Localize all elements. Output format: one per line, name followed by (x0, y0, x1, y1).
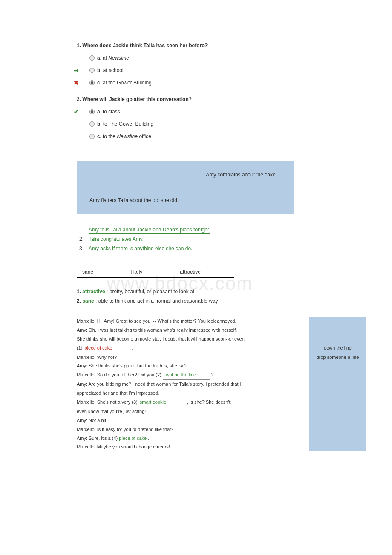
q1-option-a[interactable]: a. at Newsline (77, 55, 366, 61)
q2-b-text: to The Gower Building (103, 121, 154, 127)
dlg-l14b: . (147, 436, 149, 441)
def2-word: sane (82, 298, 94, 304)
idiom-bank: — — down the line drop someone a line — (309, 317, 366, 451)
q2-c-text: to the Newsline office (103, 133, 151, 139)
dlg-l14a: Amy: Sure, it's a (4) (77, 436, 119, 441)
dlg-l7a: Marcello: So did you tell her? Did you (… (77, 372, 163, 377)
q1-a-pre: at (103, 55, 108, 61)
radio-icon-selected[interactable] (89, 80, 95, 85)
dlg-l10: Marcello: She's not a very (3) smart coo… (77, 398, 300, 407)
dlg-l4: (1) piece of cake . (77, 344, 300, 353)
def2-text: : able to think and act in a normal and … (94, 298, 218, 304)
ordered-answers: 1.Amy tells Talia about Jackie and Dean'… (77, 225, 366, 253)
blank-1[interactable]: piece of cake (84, 344, 131, 353)
q2-a-text: to class (103, 109, 120, 115)
q2-c-label: c. (97, 133, 101, 139)
dlg-l14: Amy: Sure, it's a (4) piece of cake . (77, 434, 300, 443)
dlg-l6: Amy: She thinks she's great, but the tru… (77, 361, 300, 370)
dlg-l4b: . (131, 345, 133, 350)
q2-c-pre: to the (103, 133, 117, 139)
question-2-text: 2. Where will Jackie go after this conve… (77, 96, 366, 102)
dlg-l2: Amy: Oh, I was just talking to this woma… (77, 326, 300, 335)
q1-option-c[interactable]: c. at the Gower Building (77, 80, 366, 86)
def1-word: attractive (82, 289, 105, 295)
word-attractive: attractive (180, 269, 229, 275)
dialogue-section: Marcello: Hi, Amy! Great to see you! -- … (77, 317, 366, 451)
word-likely: likely (131, 269, 180, 275)
radio-icon-selected[interactable] (89, 109, 95, 114)
idiom-2: drop someone a line (314, 353, 361, 362)
blank-4[interactable]: piece of cake (119, 436, 147, 441)
blank-2[interactable]: lay it on the line (163, 370, 210, 380)
dlg-l8: Amy: Are you kidding me? I need that wom… (77, 380, 300, 389)
dlg-l13: Marcello: Is it easy for you to pretend … (77, 425, 300, 434)
q1-a-text: at Newsline (103, 55, 129, 61)
q2-option-b[interactable]: b. to The Gower Building (77, 121, 366, 127)
def1-text: : pretty, beautiful, or pleasant to look… (105, 289, 194, 295)
dlg-l10b: , is she? She doesn't (186, 399, 231, 405)
q1-b-text: at school (103, 67, 124, 73)
li2-num: 2. (79, 236, 84, 242)
q2-prompt: Where will Jackie go after this conversa… (82, 96, 192, 102)
dash-2: — (314, 334, 361, 343)
dialogue-text: Marcello: Hi, Amy! Great to see you! -- … (77, 317, 300, 451)
li3-num: 3. (79, 246, 84, 251)
list-item-2: 2.Talia congratulates Amy. (77, 234, 366, 244)
x-icon (72, 79, 80, 87)
dlg-l9: appreciated her and that I'm impressed. (77, 389, 300, 398)
box-text-1: Amy complains about the cake. (206, 172, 277, 178)
dlg-l11: even know that you're just acting! (77, 407, 300, 416)
q1-prompt: Where does Jackie think Talia has seen h… (82, 43, 208, 49)
li3-text: Amy asks if there is anything else she c… (89, 246, 192, 252)
blank-3[interactable]: smart cookie (139, 398, 186, 407)
dash-3: — (314, 362, 361, 371)
q2-option-c[interactable]: c. to the Newsline office (77, 133, 366, 139)
q2-c-italic: Newsline (117, 133, 138, 139)
ordering-box: |Amy complains about the cake. Amy flatt… (77, 161, 294, 214)
page-content: 1. Where does Jackie think Talia has see… (77, 43, 366, 451)
def2-num: 2. (77, 298, 81, 304)
arrow-icon (72, 66, 80, 74)
dlg-l1: Marcello: Hi, Amy! Great to see you! -- … (77, 317, 300, 326)
def1-num: 1. (77, 289, 81, 295)
li1-num: 1. (79, 227, 84, 233)
list-item-1: 1.Amy tells Talia about Jackie and Dean'… (77, 225, 366, 234)
idiom-1: down the line (314, 343, 361, 353)
q1-a-label: a. (97, 55, 101, 61)
dlg-l4a: (1) (77, 345, 84, 350)
li2-text: Talia congratulates Amy. (89, 236, 144, 243)
word-sane: sane (82, 269, 131, 275)
q1-b-label: b. (97, 67, 102, 73)
dlg-l15: Marcello: Maybe you should change career… (77, 442, 300, 451)
question-1-text: 1. Where does Jackie think Talia has see… (77, 43, 366, 49)
li1-text: Amy tells Talia about Jackie and Dean's … (89, 227, 210, 234)
list-item-3: 3.Amy asks if there is anything else she… (77, 244, 366, 253)
radio-icon[interactable] (89, 68, 95, 73)
definition-2: 2. sane : able to think and act in a nor… (77, 298, 366, 304)
box-line-1: |Amy complains about the cake. (89, 168, 281, 181)
dash-1: — (314, 324, 361, 334)
q2-a-label: a. (97, 109, 101, 115)
q2-option-a[interactable]: a. to class (77, 109, 366, 115)
q1-option-b[interactable]: b. at school (77, 67, 366, 73)
check-icon (72, 108, 80, 116)
radio-icon[interactable] (89, 55, 95, 61)
q1-c-text: at the Gower Building (103, 80, 152, 86)
radio-icon[interactable] (89, 134, 95, 139)
question-2: 2. Where will Jackie go after this conve… (77, 96, 366, 139)
radio-icon[interactable] (89, 121, 95, 127)
q1-c-label: c. (97, 80, 101, 86)
question-1: 1. Where does Jackie think Talia has see… (77, 43, 366, 86)
dlg-l5: Marcello: Why not? (77, 353, 300, 362)
dlg-l10a: Marcello: She's not a very (3) (77, 399, 139, 405)
q2-b-label: b. (97, 121, 102, 127)
box-text-2: Amy flatters Talia about the job she did… (89, 194, 281, 207)
word-bank: sane likely attractive (77, 266, 234, 278)
q2-c-post: office (138, 133, 151, 139)
dlg-l3: She thinks she will become a movie star.… (77, 335, 300, 344)
dlg-l12: Amy: Not a bit. (77, 416, 300, 425)
q1-a-italic: Newsline (108, 55, 129, 61)
dlg-l7b: ? (210, 372, 213, 377)
definition-1: 1. attractive : pretty, beautiful, or pl… (77, 289, 366, 295)
dlg-l7: Marcello: So did you tell her? Did you (… (77, 370, 300, 380)
